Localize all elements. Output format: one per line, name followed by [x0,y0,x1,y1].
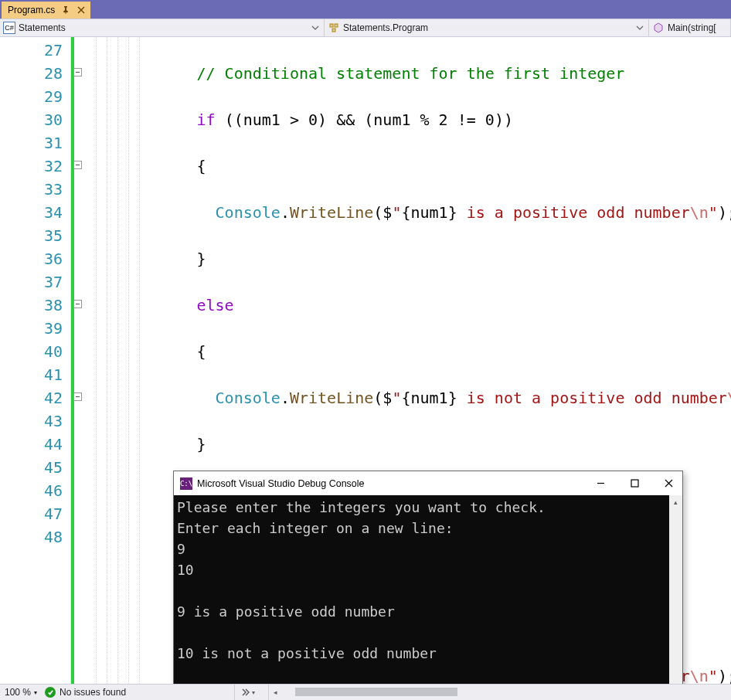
chevron-down-icon: ▾ [34,689,37,696]
line-number: 32 [0,155,63,178]
line-number: 31 [0,131,63,155]
line-number: 27 [0,39,63,62]
line-number: 38 [0,294,63,317]
svg-rect-4 [631,480,638,487]
nav-method-label: Main(string[ [668,22,716,33]
fold-toggle[interactable] [73,300,82,308]
pin-icon[interactable] [61,5,70,15]
status-bar: 100 % ▾ No issues found ▾ ◂ [0,684,731,700]
chevron-down-icon [310,22,321,33]
hscroll-left-button[interactable]: ◂ [269,685,282,700]
csharp-icon: C# [3,22,15,34]
svg-rect-1 [330,24,333,27]
line-number: 34 [0,201,63,224]
line-number: 48 [0,525,63,549]
line-number: 35 [0,224,63,247]
console-titlebar[interactable]: C:\ Microsoft Visual Studio Debug Consol… [174,471,682,495]
svg-rect-2 [335,24,338,27]
line-number: 44 [0,433,63,456]
line-number-gutter: 27 28 29 30 31 32 33 34 35 36 37 38 39 4… [0,37,71,684]
line-number: 39 [0,317,63,340]
method-icon [652,22,665,34]
line-number: 36 [0,247,63,270]
zoom-value: 100 % [5,687,31,698]
line-number: 41 [0,363,63,386]
tab-filename: Program.cs [8,5,55,15]
line-number: 47 [0,502,63,525]
window-maximize-button[interactable] [627,476,642,491]
hscroll-thumb[interactable] [295,688,457,696]
viewport-sync-button[interactable]: ▾ [234,685,260,700]
line-number: 42 [0,386,63,409]
chevron-down-icon [634,22,645,33]
class-icon [328,22,340,34]
console-title-text: Microsoft Visual Studio Debug Console [197,478,365,489]
file-tab[interactable]: Program.cs [2,2,90,19]
fold-toggle[interactable] [73,68,82,76]
line-number: 37 [0,270,63,294]
scroll-up-icon[interactable]: ▴ [669,495,682,508]
line-number: 29 [0,85,63,108]
fold-toggle[interactable] [73,392,82,401]
error-status[interactable]: No issues found [45,687,126,698]
change-indicator [71,37,74,684]
nav-method-dropdown[interactable]: Main(string[ [649,19,731,36]
line-number: 46 [0,479,63,502]
line-number: 33 [0,178,63,201]
nav-namespace-label: Statements [19,22,66,33]
line-number: 28 [0,62,63,85]
window-close-button[interactable] [661,476,676,491]
check-circle-icon [45,687,56,698]
fold-toggle[interactable] [73,161,82,169]
tab-well: Program.cs [0,0,731,19]
code-editor[interactable]: 27 28 29 30 31 32 33 34 35 36 37 38 39 4… [0,37,731,684]
nav-class-label: Statements.Program [343,22,428,33]
debug-console-window[interactable]: C:\ Microsoft Visual Studio Debug Consol… [173,471,683,684]
console-output[interactable]: Please enter the integers you want to ch… [174,495,669,684]
line-number: 43 [0,409,63,433]
issues-text: No issues found [60,687,126,698]
zoom-level-dropdown[interactable]: 100 % ▾ [5,687,37,698]
close-icon[interactable] [76,5,86,15]
console-app-icon: C:\ [180,477,192,490]
code-nav-bar: C# Statements Statements.Program Main(st… [0,19,731,37]
fold-column [71,37,85,684]
svg-rect-3 [332,29,335,32]
nav-namespace-dropdown[interactable]: C# Statements [0,19,325,36]
window-minimize-button[interactable] [593,476,608,491]
svg-rect-0 [66,12,66,14]
line-number: 45 [0,456,63,479]
nav-class-dropdown[interactable]: Statements.Program [325,19,649,36]
console-scrollbar[interactable]: ▴ [669,495,682,684]
line-number: 40 [0,340,63,363]
line-number: 30 [0,108,63,131]
